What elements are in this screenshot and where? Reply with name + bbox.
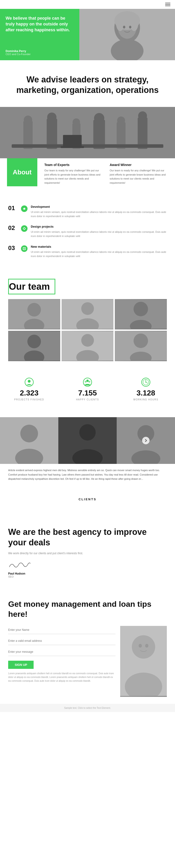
num-item-3: 03 New materials Ut enim ad minim veniam…: [8, 245, 167, 258]
svg-point-66: [79, 424, 96, 440]
stat-icon-1: [25, 377, 34, 387]
svg-point-75: [145, 644, 148, 648]
footer-text: Sample text. Click to select the Text El…: [64, 707, 111, 709]
about-award-text: Our team is ready for any challenge! We …: [110, 168, 168, 185]
num-content-3: New materials Ut enim ad minim veniam, q…: [31, 245, 167, 258]
gallery-img-1: [0, 417, 58, 464]
num-title-3: New materials: [31, 245, 167, 248]
svg-rect-15: [138, 118, 147, 149]
about-section: About Team of Experts Our team is ready …: [0, 158, 175, 196]
svg-point-7: [123, 26, 125, 29]
num-text-1: Ut enim ad minim veniam, quis nostrud ex…: [31, 210, 167, 218]
svg-point-34: [27, 303, 41, 316]
num-icon-3: [21, 245, 28, 252]
stat-item-3: 3.128 WORKING HOURS: [117, 377, 175, 401]
num-title-1: Development: [31, 205, 167, 209]
team-grid: [8, 299, 167, 361]
about-team-heading: Team of Experts: [44, 163, 103, 167]
loan-section: Get money management and loan tips here!…: [0, 587, 175, 704]
stat-item-2: 7.155 HAPPY CLIENTS: [58, 377, 117, 401]
about-label: About: [7, 158, 37, 186]
loan-submit-button[interactable]: SIGN UP: [8, 661, 34, 669]
num-title-2: Design projects: [31, 225, 167, 228]
about-award-heading: Award Winner: [110, 163, 168, 167]
svg-point-25: [23, 228, 25, 229]
team-section: Our team: [0, 270, 175, 366]
stat-label-3: WORKING HOURS: [117, 398, 175, 401]
stat-number-3: 3.128: [117, 389, 175, 397]
stat-icon-3: [141, 377, 150, 387]
about-image-svg: [0, 107, 175, 158]
team-photo-2: [62, 299, 114, 330]
svg-point-55: [85, 381, 86, 383]
gallery-img-3: [117, 417, 175, 464]
about-award-col: Award Winner Our team is ready for any c…: [110, 163, 168, 186]
num-content-2: Design projects Ut enim ad minim veniam,…: [31, 225, 167, 238]
team-photo-6: [115, 331, 167, 361]
num-text-2: Ut enim ad minim veniam, quis nostrud ex…: [31, 230, 167, 238]
svg-point-54: [86, 380, 89, 382]
num-text-3: Ut enim ad minim veniam, quis nostrud ex…: [31, 250, 167, 258]
num-item-2: 02 Design projects Ut enim ad minim veni…: [8, 225, 167, 238]
hero-left: We believe that people can be truly happ…: [0, 9, 79, 60]
hero-portrait: [79, 9, 175, 60]
svg-point-40: [134, 302, 148, 316]
num-badge-3: 03: [8, 245, 21, 251]
stat-number-2: 7.155: [58, 389, 117, 397]
svg-point-19: [94, 113, 104, 123]
stat-number-1: 2.323: [0, 389, 58, 397]
svg-point-4: [116, 15, 125, 31]
hero-person-title: CEO and Co-Founder: [6, 53, 74, 56]
best-agency-heading: We are the best agency to improve your d…: [8, 527, 167, 548]
gallery-text: Article evident arrived express highest …: [8, 468, 167, 481]
team-photo-5: [62, 331, 114, 361]
stat-label-1: PROJECTS FINISHED: [0, 398, 58, 401]
loan-email-input[interactable]: [8, 637, 115, 645]
team-photo-3: [115, 299, 167, 330]
loan-heading: Get money management and loan tips here!: [8, 599, 167, 619]
num-item-1: 01 Development Ut enim ad minim veniam, …: [8, 205, 167, 218]
stat-icon-2: [83, 377, 92, 387]
signer-name: Paul Hudson: [8, 572, 167, 575]
clients-label: CLIENTS: [8, 491, 167, 506]
team-photo-1: [8, 299, 60, 330]
gallery-section: Article evident arrived express highest …: [0, 412, 175, 491]
loan-name-input[interactable]: [8, 626, 115, 634]
gallery-arrow-right[interactable]: [142, 437, 149, 444]
stat-label-2: HAPPY CLIENTS: [58, 398, 117, 401]
svg-rect-22: [12, 144, 163, 148]
team-title-wrapper: Our team: [8, 279, 167, 299]
svg-point-37: [81, 302, 94, 315]
about-team-col: Team of Experts Our team is ready for an…: [44, 163, 103, 186]
hamburger-menu[interactable]: [165, 3, 170, 6]
svg-point-49: [134, 334, 148, 348]
about-team-text: Our team is ready for any challenge! We …: [44, 168, 103, 185]
svg-point-61: [145, 382, 146, 383]
loan-message-input[interactable]: [8, 648, 115, 656]
svg-point-72: [132, 635, 155, 659]
svg-rect-23: [63, 135, 82, 147]
num-badge-2: 02: [8, 225, 21, 231]
footer: Sample text. Click to select the Text El…: [0, 704, 175, 712]
team-photo-4: [8, 331, 60, 361]
loan-form: SIGN UP Lorem praesentis antiquam sholte…: [8, 626, 115, 697]
team-heading: Our team: [8, 279, 55, 294]
hero-section: We believe that people can be truly happ…: [0, 9, 175, 60]
loan-disclaimer: Lorem praesentis antiquam sholtem heli o…: [8, 672, 115, 683]
svg-point-21: [138, 111, 147, 120]
numbered-list-section: 01 Development Ut enim ad minim veniam, …: [0, 196, 175, 270]
navbar: [0, 0, 175, 9]
hero-quote: We believe that people can be truly happ…: [6, 16, 74, 33]
hero-person-name: Dominika Perry: [6, 50, 74, 53]
gallery-img-2: [58, 417, 117, 464]
svg-point-5: [130, 15, 138, 31]
stats-section: 2.323 PROJECTS FINISHED 7.155 HAPPY CLIE…: [0, 366, 175, 412]
svg-point-18: [73, 118, 80, 126]
num-content-1: Development Ut enim ad minim veniam, qui…: [31, 205, 167, 218]
advise-section: We advise leaders on strategy, marketing…: [0, 60, 175, 107]
about-image-container: [0, 107, 175, 158]
svg-point-20: [117, 117, 125, 124]
svg-rect-24: [61, 146, 84, 148]
num-icon-1: [21, 206, 28, 212]
svg-point-46: [81, 334, 94, 347]
